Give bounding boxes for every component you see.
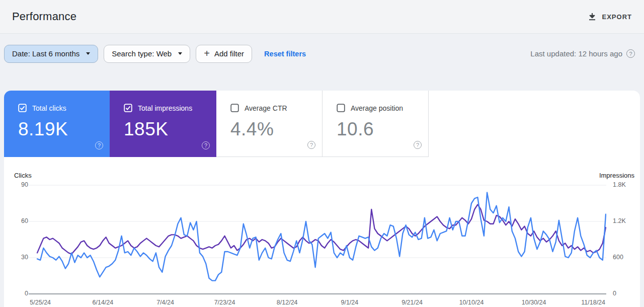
right-axis-title: Impressions [599, 172, 634, 179]
checkbox-unchecked-icon[interactable] [230, 104, 239, 112]
x-axis-tick-label: 6/14/24 [86, 299, 120, 306]
search-type-label: Search type: Web [112, 49, 172, 58]
y-axis-tick-label: 600 [613, 253, 639, 261]
export-button[interactable]: EXPORT [586, 9, 634, 24]
metric-card-average-ctr[interactable]: Average CTR 4.4% [216, 91, 323, 157]
page-title: Performance [12, 10, 76, 23]
metric-cards-row: Total clicks 8.19K Total impressions 185… [4, 91, 640, 157]
metric-label: Total clicks [32, 104, 66, 112]
metric-value: 185K [124, 119, 216, 140]
x-axis-tick-label: 9/21/24 [395, 299, 429, 306]
metric-value: 10.6 [337, 119, 428, 140]
checkbox-checked-icon[interactable] [18, 104, 27, 112]
help-icon[interactable] [202, 141, 210, 149]
left-axis-title: Clicks [14, 172, 32, 179]
x-axis-tick-label: 7/23/24 [208, 299, 242, 306]
help-icon[interactable] [95, 141, 103, 149]
checkbox-checked-icon[interactable] [124, 104, 132, 112]
help-icon[interactable] [626, 49, 635, 58]
metric-card-total-clicks[interactable]: Total clicks 8.19K [4, 91, 110, 157]
checkbox-unchecked-icon[interactable] [337, 104, 345, 112]
add-filter-label: Add filter [214, 49, 244, 58]
filter-bar: Date: Last 6 months Search type: Web + A… [0, 34, 644, 73]
y-axis-tick-label: 30 [4, 253, 28, 261]
y-axis-tick-label: 90 [4, 181, 28, 189]
metric-label: Average CTR [245, 104, 287, 112]
last-updated-text: Last updated: 12 hours ago [530, 49, 622, 58]
x-axis-tick-label: 7/4/24 [148, 299, 183, 306]
reset-filters-link[interactable]: Reset filters [264, 50, 306, 58]
top-bar: Performance EXPORT [0, 0, 644, 34]
help-icon[interactable] [307, 141, 315, 149]
y-axis-tick-label: 0 [613, 289, 639, 297]
x-axis-tick-label: 8/12/24 [270, 299, 304, 306]
y-axis-tick-label: 0 [4, 289, 28, 297]
chevron-down-icon [86, 52, 90, 55]
add-filter-button[interactable]: + Add filter [196, 45, 252, 63]
help-icon[interactable] [414, 141, 422, 149]
metric-label: Total impressions [138, 104, 192, 112]
metric-value: 8.19K [18, 119, 110, 140]
chevron-down-icon [178, 52, 182, 55]
x-axis-labels: 5/25/246/14/247/4/247/23/248/12/249/1/24… [29, 299, 606, 307]
chart-plot[interactable] [29, 184, 606, 295]
x-axis-tick-label: 10/30/24 [517, 299, 551, 306]
series-line-clicks[interactable] [37, 192, 606, 280]
metric-card-total-impressions[interactable]: Total impressions 185K [110, 91, 216, 157]
export-label: EXPORT [602, 13, 632, 21]
date-filter-chip[interactable]: Date: Last 6 months [4, 45, 98, 63]
x-axis-tick-label: 11/18/24 [576, 299, 610, 306]
date-filter-label: Date: Last 6 months [12, 49, 79, 58]
download-icon [588, 12, 597, 21]
search-type-filter-chip[interactable]: Search type: Web [104, 45, 190, 63]
performance-panel: Total clicks 8.19K Total impressions 185… [4, 91, 640, 307]
y-axis-tick-label: 1.8K [613, 181, 639, 189]
last-updated: Last updated: 12 hours ago [530, 49, 635, 58]
y-axis-tick-label: 60 [4, 217, 28, 225]
x-axis-tick-label: 9/1/24 [333, 299, 367, 306]
metric-card-average-position[interactable]: Average position 10.6 [323, 91, 429, 157]
plus-icon: + [204, 48, 210, 58]
metric-value: 4.4% [230, 119, 322, 140]
metric-label: Average position [351, 104, 403, 112]
x-axis-tick-label: 10/10/24 [454, 299, 489, 306]
y-axis-tick-label: 1.2K [613, 217, 639, 225]
x-axis-tick-label: 5/25/24 [23, 299, 57, 306]
series-line-impressions[interactable] [37, 204, 606, 254]
